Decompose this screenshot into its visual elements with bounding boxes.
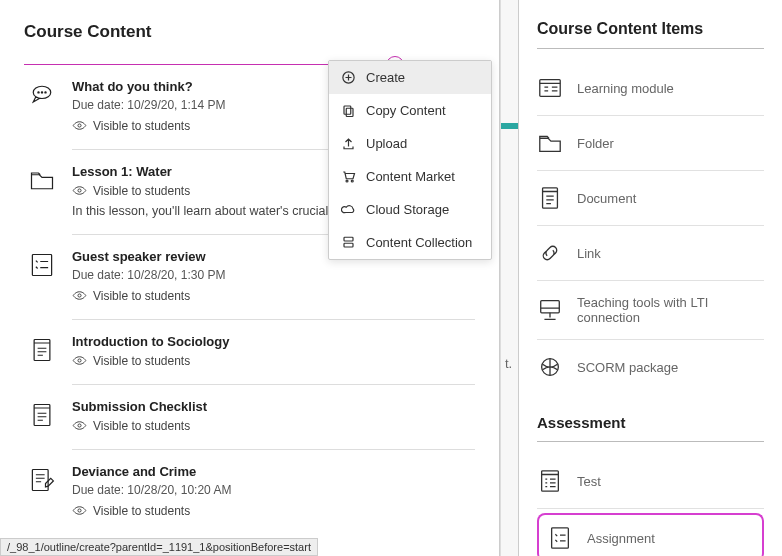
- eye-icon: [72, 418, 87, 433]
- scorm-icon: [537, 354, 563, 380]
- svg-rect-17: [346, 108, 353, 116]
- link-icon: [537, 240, 563, 266]
- item-title: Deviance and Crime: [72, 464, 475, 479]
- discussion-icon: [26, 79, 58, 133]
- visibility-label: Visible to students: [93, 119, 190, 133]
- panel-heading: Course Content Items: [537, 20, 764, 38]
- document-icon: [537, 185, 563, 211]
- menu-copy-content[interactable]: Copy Content: [329, 94, 491, 127]
- create-scorm[interactable]: SCORM package: [537, 340, 764, 394]
- folder-icon: [26, 164, 58, 218]
- upload-icon: [341, 136, 356, 151]
- create-label: Link: [577, 246, 601, 261]
- create-label: Learning module: [577, 81, 674, 96]
- eye-icon: [72, 183, 87, 198]
- visibility-toggle[interactable]: Visible to students: [72, 353, 475, 368]
- menu-upload[interactable]: Upload: [329, 127, 491, 160]
- collection-icon: [341, 235, 356, 250]
- create-label: Test: [577, 474, 601, 489]
- create-document[interactable]: Document: [537, 171, 764, 226]
- create-lti-tool[interactable]: Teaching tools with LTI connection: [537, 281, 764, 340]
- lti-icon: [537, 297, 563, 323]
- plus-circle-icon: [341, 70, 356, 85]
- svg-rect-27: [552, 528, 569, 548]
- eye-icon: [72, 118, 87, 133]
- divider: [537, 441, 764, 442]
- create-label: Folder: [577, 136, 614, 151]
- menu-create[interactable]: Create: [329, 61, 491, 94]
- document-icon: [26, 399, 58, 433]
- document-icon: [26, 334, 58, 368]
- create-label: SCORM package: [577, 360, 678, 375]
- menu-label: Cloud Storage: [366, 202, 449, 217]
- menu-cloud-storage[interactable]: Cloud Storage: [329, 193, 491, 226]
- assessment-heading: Assessment: [537, 414, 764, 431]
- item-due: Due date: 10/28/20, 1:30 PM: [72, 268, 475, 282]
- create-test[interactable]: Test: [537, 454, 764, 509]
- create-label: Document: [577, 191, 636, 206]
- svg-rect-7: [32, 255, 51, 276]
- menu-label: Upload: [366, 136, 407, 151]
- svg-rect-16: [344, 106, 351, 114]
- menu-content-market[interactable]: Content Market: [329, 160, 491, 193]
- menu-label: Content Collection: [366, 235, 472, 250]
- visibility-label: Visible to students: [93, 289, 190, 303]
- visibility-label: Visible to students: [93, 354, 190, 368]
- svg-point-5: [78, 124, 81, 127]
- svg-rect-24: [541, 301, 560, 313]
- assignment-icon: [26, 249, 58, 303]
- svg-rect-21: [344, 243, 353, 247]
- test-icon: [537, 468, 563, 494]
- eye-icon: [72, 353, 87, 368]
- menu-label: Create: [366, 70, 405, 85]
- status-url: /_98_1/outline/create?parentId=_1191_1&p…: [0, 538, 318, 556]
- svg-point-6: [78, 189, 81, 192]
- assignment-edit-icon: [26, 464, 58, 518]
- content-item[interactable]: Submission Checklist Visible to students: [24, 399, 475, 443]
- svg-point-3: [41, 92, 42, 93]
- assignment-icon: [547, 525, 573, 551]
- create-assignment[interactable]: Assignment: [537, 513, 764, 556]
- visibility-label: Visible to students: [93, 419, 190, 433]
- divider: [72, 319, 475, 320]
- create-label: Teaching tools with LTI connection: [577, 295, 764, 325]
- content-item[interactable]: Deviance and Crime Due date: 10/28/20, 1…: [24, 464, 475, 528]
- visibility-toggle[interactable]: Visible to students: [72, 418, 475, 433]
- truncated-text: t.: [505, 356, 512, 371]
- create-folder[interactable]: Folder: [537, 116, 764, 171]
- learning-module-icon: [537, 75, 563, 101]
- svg-point-2: [38, 92, 39, 93]
- menu-content-collection[interactable]: Content Collection: [329, 226, 491, 259]
- item-due: Due date: 10/28/20, 10:20 AM: [72, 483, 475, 497]
- folder-icon: [537, 130, 563, 156]
- cart-icon: [341, 169, 356, 184]
- copy-icon: [341, 103, 356, 118]
- svg-point-12: [78, 424, 81, 427]
- add-content-menu: Create Copy Content Upload Content Marke…: [328, 60, 492, 260]
- divider: [537, 48, 764, 49]
- menu-label: Copy Content: [366, 103, 446, 118]
- svg-point-10: [78, 359, 81, 362]
- divider: [72, 384, 475, 385]
- menu-label: Content Market: [366, 169, 455, 184]
- svg-point-4: [45, 92, 46, 93]
- visibility-toggle[interactable]: Visible to students: [72, 503, 475, 518]
- visibility-label: Visible to students: [93, 184, 190, 198]
- visibility-toggle[interactable]: Visible to students: [72, 288, 475, 303]
- eye-icon: [72, 288, 87, 303]
- create-item-panel: Course Content Items Learning module Fol…: [518, 0, 782, 556]
- svg-point-18: [346, 180, 348, 182]
- page-title: Course Content: [24, 22, 475, 42]
- accent-bar: [501, 123, 518, 129]
- svg-rect-20: [344, 237, 353, 241]
- content-item[interactable]: Introduction to Sociology Visible to stu…: [24, 334, 475, 378]
- eye-icon: [72, 503, 87, 518]
- svg-point-19: [351, 180, 353, 182]
- divider: [72, 449, 475, 450]
- background-strip: t.: [500, 0, 518, 556]
- item-title: Submission Checklist: [72, 399, 475, 414]
- svg-point-8: [78, 294, 81, 297]
- create-learning-module[interactable]: Learning module: [537, 61, 764, 116]
- item-title: Introduction to Sociology: [72, 334, 475, 349]
- create-link[interactable]: Link: [537, 226, 764, 281]
